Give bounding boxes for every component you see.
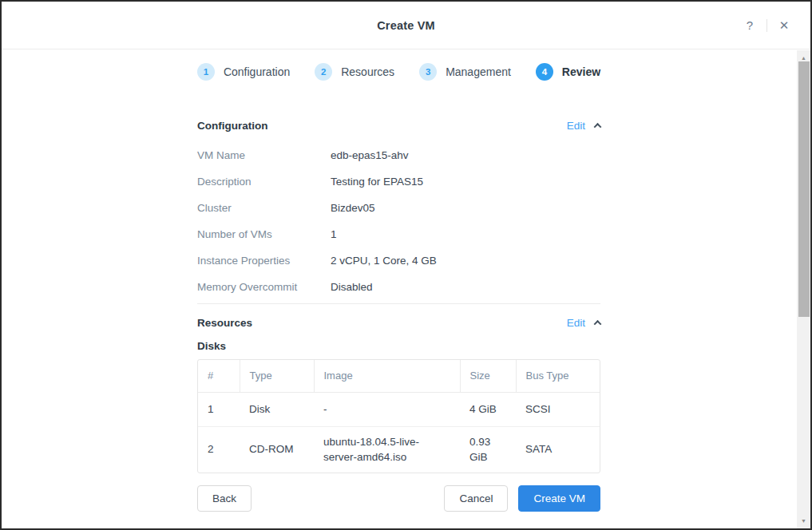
step-1-badge: 1: [197, 63, 215, 81]
field-label: Number of VMs: [197, 228, 331, 240]
column-header-image: Image: [314, 360, 460, 392]
step-4-badge: 4: [536, 63, 553, 81]
configuration-edit-label[interactable]: Edit: [567, 120, 585, 132]
dialog-header: Create VM ? ✕: [2, 2, 810, 49]
cancel-button[interactable]: Cancel: [444, 485, 508, 512]
field-value: Disabled: [331, 281, 373, 293]
resources-edit-link[interactable]: Edit: [567, 317, 600, 329]
disk-type-cell: CD-ROM: [240, 426, 314, 473]
configuration-edit-link[interactable]: Edit: [567, 120, 600, 132]
step-configuration[interactable]: 1 Configuration: [197, 63, 290, 81]
create-vm-dialog: Create VM ? ✕ 1 Configuration 2 Resource…: [0, 0, 812, 530]
dialog-footer: Back Cancel Create VM: [197, 485, 600, 512]
field-value: edb-epas15-ahv: [331, 149, 409, 161]
field-value: 1: [331, 228, 337, 240]
disk-image-cell: -: [314, 392, 460, 426]
field-value: Testing for EPAS15: [331, 176, 423, 188]
chevron-up-icon[interactable]: [594, 319, 602, 327]
back-button[interactable]: Back: [197, 485, 252, 512]
column-header-number: #: [198, 360, 240, 392]
disks-table-header-row: # Type Image Size Bus Type: [198, 360, 600, 392]
scrollbar-thumb[interactable]: [798, 61, 810, 317]
disk-type-cell: Disk: [240, 392, 314, 426]
column-header-bus-type: Bus Type: [516, 360, 600, 392]
disk-image-cell: ubuntu-18.04.5-live-server-amd64.iso: [314, 426, 460, 473]
field-label: Memory Overcommit: [197, 281, 331, 293]
disk-number-cell: 2: [198, 426, 240, 473]
step-resources[interactable]: 2 Resources: [315, 63, 394, 81]
resources-section-title: Resources: [197, 317, 252, 329]
column-header-type: Type: [240, 360, 314, 392]
step-review[interactable]: 4 Review: [536, 63, 600, 81]
header-actions: ? ✕: [738, 2, 796, 49]
field-row-description: Description Testing for EPAS15: [197, 168, 600, 195]
field-row-memory-overcommit: Memory Overcommit Disabled: [197, 274, 600, 300]
field-label: Instance Properties: [197, 255, 331, 267]
field-row-vm-name: VM Name edb-epas15-ahv: [197, 142, 600, 168]
disk-bus-type-cell: SATA: [516, 426, 600, 473]
step-management[interactable]: 3 Management: [419, 63, 511, 81]
chevron-up-icon[interactable]: [594, 122, 602, 130]
table-row: 1 Disk - 4 GiB SCSI: [198, 392, 600, 426]
field-value: 2 vCPU, 1 Core, 4 GB: [331, 255, 437, 267]
scrollbar-down-arrow-icon[interactable]: ▼: [797, 515, 810, 527]
step-2-label: Resources: [341, 65, 394, 78]
close-icon[interactable]: ✕: [772, 14, 796, 38]
resources-section-header: Resources Edit: [197, 315, 600, 330]
disk-number-cell: 1: [198, 392, 240, 426]
field-label: VM Name: [197, 149, 331, 161]
field-row-cluster: Cluster Bizdev05: [197, 195, 600, 221]
disk-size-cell: 0.93 GiB: [460, 426, 516, 473]
field-value: Bizdev05: [331, 202, 375, 214]
step-2-badge: 2: [315, 63, 332, 81]
dialog-content: 1 Configuration 2 Resources 3 Management…: [197, 50, 600, 512]
wizard-stepper: 1 Configuration 2 Resources 3 Management…: [197, 61, 600, 81]
section-divider: [197, 303, 600, 304]
configuration-section-title: Configuration: [197, 120, 267, 132]
disks-table: # Type Image Size Bus Type 1 Disk - 4 Gi: [197, 359, 600, 473]
dialog-body: 1 Configuration 2 Resources 3 Management…: [2, 50, 810, 528]
field-label: Cluster: [197, 202, 331, 214]
configuration-section-header: Configuration Edit: [197, 118, 600, 132]
create-vm-button[interactable]: Create VM: [518, 485, 600, 512]
step-1-label: Configuration: [224, 65, 290, 78]
field-label: Description: [197, 176, 331, 188]
disk-bus-type-cell: SCSI: [516, 392, 600, 426]
column-header-size: Size: [460, 360, 516, 392]
step-3-badge: 3: [419, 63, 437, 81]
disks-subsection-title: Disks: [197, 340, 600, 352]
help-icon[interactable]: ?: [738, 14, 762, 38]
configuration-fields: VM Name edb-epas15-ahv Description Testi…: [197, 142, 600, 300]
dialog-title: Create VM: [377, 19, 435, 32]
scrollbar[interactable]: ▲ ▼: [797, 50, 810, 528]
header-separator: [766, 19, 767, 32]
field-row-instance-properties: Instance Properties 2 vCPU, 1 Core, 4 GB: [197, 247, 600, 274]
resources-edit-label[interactable]: Edit: [567, 317, 585, 329]
field-row-number-of-vms: Number of VMs 1: [197, 221, 600, 247]
table-row: 2 CD-ROM ubuntu-18.04.5-live-server-amd6…: [198, 426, 600, 473]
step-3-label: Management: [446, 65, 511, 78]
step-4-label: Review: [562, 65, 600, 78]
disk-size-cell: 4 GiB: [460, 392, 516, 426]
